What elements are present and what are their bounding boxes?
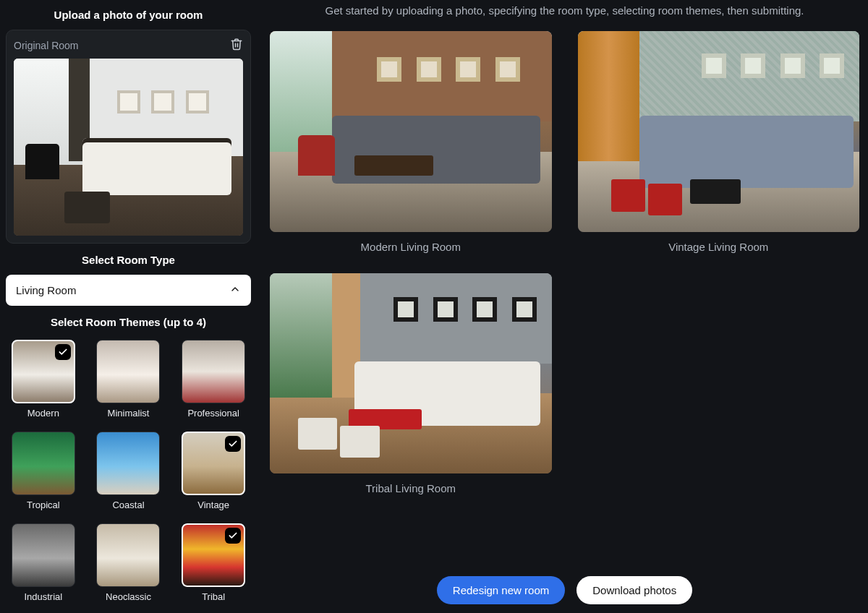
main: Get started by uploading a photo, specif… [257,0,868,613]
download-button[interactable]: Download photos [576,576,692,604]
upload-title: Upload a photo of your room [6,9,251,21]
theme-label: Coastal [112,500,144,510]
result-item-vintage: Vintage Living Room [578,31,860,253]
theme-label: Tribal [202,591,225,602]
theme-thumb-neoclassic [96,523,160,587]
actions-bar: Redesign new room Download photos [270,554,859,604]
theme-label: Industrial [24,591,62,602]
result-caption: Tribal Living Room [366,482,456,494]
themes-grid: ModernMinimalistProfessionalTropicalCoas… [6,337,251,605]
result-caption: Vintage Living Room [668,241,768,253]
chevron-up-icon [229,283,241,297]
theme-thumb-industrial [12,523,75,587]
result-image-tribal[interactable] [270,273,552,474]
theme-item-coastal[interactable]: Coastal [95,432,162,510]
theme-thumb-professional [182,340,245,403]
theme-thumb-minimalist [96,340,160,403]
theme-label: Professional [187,408,239,419]
theme-item-tropical[interactable]: Tropical [10,432,77,510]
themes-title: Select Room Themes (up to 4) [6,316,251,328]
original-room-label: Original Room [14,40,78,51]
theme-item-tribal[interactable]: Tribal [180,523,247,602]
theme-label: Tropical [27,500,60,510]
results-grid: Modern Living RoomVintage Living RoomTri… [270,31,859,494]
theme-label: Vintage [197,500,229,510]
check-icon [55,344,71,360]
theme-label: Neoclassic [106,591,151,602]
result-caption: Modern Living Room [361,241,461,253]
theme-item-vintage[interactable]: Vintage [180,432,247,510]
theme-thumb-tribal [182,523,245,587]
result-image-modern[interactable] [270,31,552,232]
theme-thumb-vintage [182,432,245,495]
check-icon [225,436,241,452]
sidebar: Upload a photo of your room Original Roo… [0,0,257,613]
theme-item-modern[interactable]: Modern [10,340,77,419]
theme-item-industrial[interactable]: Industrial [10,523,77,602]
result-item-tribal: Tribal Living Room [270,273,552,495]
original-room-card: Original Room [6,30,251,244]
theme-item-minimalist[interactable]: Minimalist [95,340,162,419]
room-type-select[interactable]: Living Room [6,275,251,306]
result-image-vintage[interactable] [578,31,860,232]
theme-label: Modern [27,408,59,419]
redesign-button[interactable]: Redesign new room [437,576,565,604]
theme-item-professional[interactable]: Professional [180,340,247,419]
room-type-title: Select Room Type [6,254,251,266]
theme-item-neoclassic[interactable]: Neoclassic [95,523,162,602]
theme-thumb-modern [12,340,75,403]
theme-thumb-coastal [96,432,160,495]
room-type-value: Living Room [16,284,76,296]
original-room-image[interactable] [14,59,243,236]
trash-icon[interactable] [230,38,243,53]
theme-thumb-tropical [12,432,75,495]
theme-label: Minimalist [108,408,150,419]
result-item-modern: Modern Living Room [270,31,552,253]
instructions-text: Get started by uploading a photo, specif… [270,4,859,17]
check-icon [225,528,241,544]
